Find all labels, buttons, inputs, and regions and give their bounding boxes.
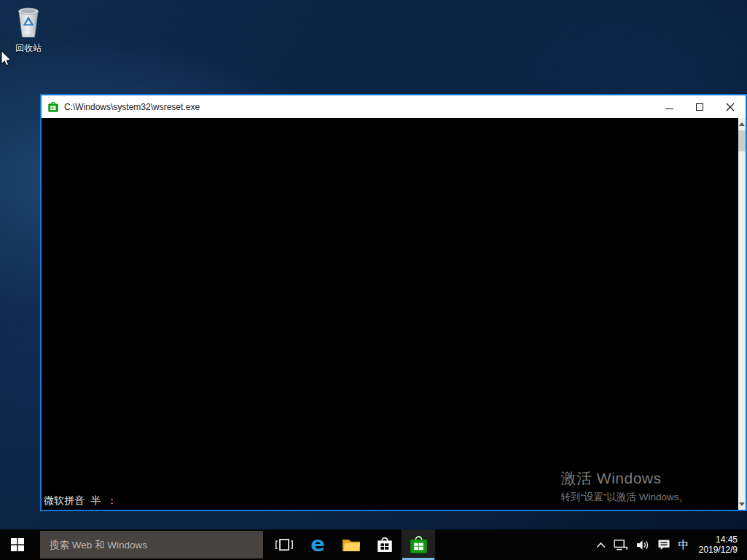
scrollbar-thumb[interactable] (738, 130, 746, 151)
volume-icon[interactable] (636, 540, 649, 551)
network-icon[interactable] (614, 539, 628, 551)
store-icon-white (375, 535, 394, 554)
store-icon (47, 101, 59, 113)
action-center-icon[interactable] (657, 539, 670, 551)
store-icon-green (409, 535, 429, 555)
scrollbar-up-button[interactable] (738, 118, 746, 130)
search-input[interactable] (40, 531, 263, 559)
scroll-up-icon (739, 122, 745, 126)
clock-time: 14:45 (699, 535, 738, 545)
console-scrollbar[interactable] (738, 118, 746, 510)
window-controls (654, 95, 746, 118)
recycle-bin-label: 回收站 (6, 42, 51, 55)
scroll-down-icon (739, 502, 745, 506)
recycle-bin-icon (13, 4, 44, 41)
console-output[interactable]: 激活 Windows 转到“设置”以激活 Windows。 微软拼音 半 ： (42, 118, 746, 510)
minimize-icon (665, 109, 673, 109)
ime-status: 微软拼音 半 ： (44, 494, 117, 508)
maximize-button[interactable] (684, 95, 715, 118)
console-window: C:\Windows\system32\wsreset.exe 激活 Windo… (40, 94, 747, 511)
close-button[interactable] (715, 95, 746, 118)
tray-chevron-up-icon[interactable] (596, 542, 606, 548)
ime-language-indicator[interactable]: 中 (678, 538, 689, 552)
minimize-button[interactable] (654, 95, 684, 118)
file-explorer-icon (342, 537, 361, 553)
task-view-button[interactable] (267, 529, 301, 560)
store-active-button[interactable] (402, 529, 435, 560)
scrollbar-down-button[interactable] (738, 498, 746, 510)
watermark-title: 激活 Windows (560, 468, 689, 489)
window-title: C:\Windows\system32\wsreset.exe (64, 102, 200, 112)
window-titlebar[interactable]: C:\Windows\system32\wsreset.exe (42, 95, 746, 118)
start-button[interactable] (0, 529, 35, 560)
taskbar-search[interactable] (40, 531, 263, 559)
close-icon (726, 103, 735, 111)
taskbar: e (0, 529, 747, 560)
store-button[interactable] (368, 529, 402, 560)
watermark-subtitle: 转到“设置”以激活 Windows。 (560, 491, 689, 504)
edge-icon: e (310, 534, 325, 555)
system-tray: 中 14:45 2019/12/9 (596, 529, 747, 560)
maximize-icon (696, 103, 703, 111)
clock-date: 2019/12/9 (699, 545, 738, 555)
activate-watermark: 激活 Windows 转到“设置”以激活 Windows。 (560, 468, 689, 504)
recycle-bin[interactable]: 回收站 (6, 4, 51, 55)
taskbar-clock[interactable]: 14:45 2019/12/9 (699, 535, 738, 555)
windows-logo-icon (11, 538, 24, 551)
task-view-icon (275, 538, 294, 551)
file-explorer-button[interactable] (335, 529, 368, 560)
edge-button[interactable]: e (301, 529, 335, 560)
mouse-cursor (1, 50, 12, 67)
